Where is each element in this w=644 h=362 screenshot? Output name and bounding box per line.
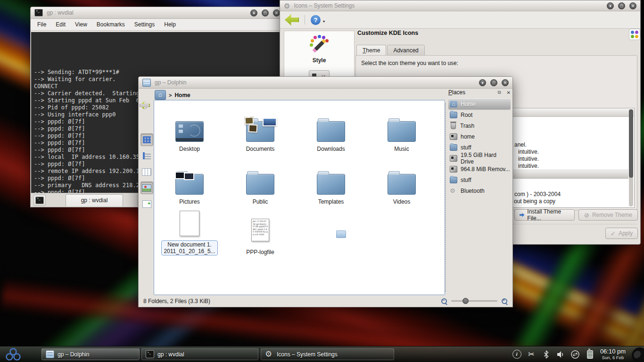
- file-item-new-document[interactable]: New document 1. 2011_01_20_16_5...: [154, 211, 225, 261]
- folder-icon: [317, 174, 345, 195]
- install-theme-label: Install Theme File...: [527, 208, 570, 222]
- zoom-slider-handle[interactable]: [462, 298, 469, 304]
- apply-button[interactable]: ✓ Apply: [605, 228, 638, 239]
- folder-label: Documents: [246, 146, 275, 152]
- install-theme-button[interactable]: Install Theme File...: [514, 209, 575, 221]
- app-launcher-button[interactable]: [3, 347, 27, 362]
- help-button[interactable]: ?: [311, 15, 321, 25]
- folder-label: Desktop: [179, 146, 200, 152]
- place-icon: [451, 123, 456, 129]
- places-item[interactable]: 19.5 GiB Hard Drive: [448, 153, 511, 164]
- place-label: 19.5 GiB Hard Drive: [461, 152, 511, 165]
- taskbar-task[interactable]: gp – Dolphin: [41, 348, 140, 360]
- places-item[interactable]: stuff: [448, 174, 511, 185]
- folder-item[interactable]: Public: [225, 158, 296, 211]
- menu-item[interactable]: Edit: [56, 21, 66, 28]
- folder-icon: [246, 174, 274, 195]
- plasma-toolbox-icon[interactable]: [632, 347, 644, 362]
- close-button[interactable]: ✕: [502, 79, 509, 86]
- close-button[interactable]: ✕: [629, 2, 636, 9]
- places-item[interactable]: 964.8 MiB Remov...: [448, 164, 511, 174]
- scrollbar-thumb[interactable]: [629, 109, 633, 178]
- columns-view-button[interactable]: [140, 165, 153, 178]
- folder-item[interactable]: Downloads: [296, 105, 366, 158]
- taskbar-task[interactable]: Icons – System Settings: [261, 348, 394, 360]
- folder-item[interactable]: Pictures: [154, 158, 225, 211]
- file-label-selected: New document 1. 2011_01_20_16_5...: [161, 240, 217, 255]
- folder-item[interactable]: Music: [366, 105, 437, 158]
- folder-decoration: [184, 173, 194, 180]
- konsole-titlebar[interactable]: gp : wvdial ▾ □ ✕: [31, 7, 284, 19]
- back-button[interactable]: [285, 14, 299, 25]
- close-button[interactable]: ✕: [273, 9, 280, 16]
- home-icon[interactable]: ⌂: [155, 90, 166, 100]
- place-icon: [450, 155, 457, 162]
- folder-icon: [388, 174, 416, 195]
- task-icon: [46, 350, 54, 358]
- maximize-button[interactable]: □: [262, 9, 269, 16]
- info-icon[interactable]: i: [512, 349, 522, 360]
- folder-decoration: [244, 116, 254, 124]
- place-label: Bluetooth: [461, 188, 485, 194]
- place-label: Home: [461, 101, 476, 107]
- menu-item[interactable]: View: [75, 21, 87, 28]
- battery-icon[interactable]: [585, 349, 595, 360]
- zoom-out-icon[interactable]: −: [441, 298, 447, 304]
- split-view-button[interactable]: [140, 197, 153, 210]
- volume-icon[interactable]: [555, 349, 566, 360]
- tab-theme[interactable]: Theme: [356, 45, 386, 56]
- split-view-icon: [142, 200, 151, 208]
- place-label: home: [461, 133, 475, 140]
- minimize-button[interactable]: ▾: [250, 9, 257, 16]
- forward-button[interactable]: [140, 117, 153, 130]
- zoom-in-icon[interactable]: +: [501, 298, 508, 304]
- taskbar-task[interactable]: gp : wvdial: [141, 348, 258, 360]
- places-item[interactable]: Root: [448, 109, 511, 120]
- klipper-scissors-icon[interactable]: ✂: [526, 349, 537, 360]
- menu-item[interactable]: Bookmarks: [97, 21, 125, 28]
- device-notifier-icon[interactable]: [570, 349, 580, 360]
- style-icon: [308, 35, 330, 55]
- maximize-button[interactable]: □: [618, 2, 625, 9]
- folder-item[interactable]: Documents: [225, 105, 296, 158]
- dolphin-titlebar[interactable]: gp – Dolphin ▾ □ ✕: [139, 77, 512, 89]
- tab-advanced[interactable]: Advanced: [387, 45, 424, 56]
- preview-button[interactable]: [140, 181, 153, 194]
- places-item[interactable]: Trash: [448, 120, 511, 131]
- maximize-button[interactable]: □: [490, 79, 497, 86]
- folder-item[interactable]: Templates: [296, 158, 366, 211]
- folder-item[interactable]: Desktop: [154, 105, 225, 158]
- tab-gp-wvdial[interactable]: gp : wvdial: [66, 194, 123, 206]
- remove-theme-button[interactable]: ⊘ Remove Theme: [578, 209, 638, 221]
- place-label: Trash: [460, 123, 474, 129]
- minimize-button[interactable]: ▾: [479, 79, 486, 86]
- places-item[interactable]: home: [448, 131, 511, 142]
- float-panel-icon[interactable]: ⧉: [497, 90, 501, 95]
- file-item-ppp-logfile[interactable]: Jan 17 09:47:18 gp-Aspire-5738 pppd[1946…: [225, 211, 296, 261]
- folder-item[interactable]: Videos: [366, 158, 437, 211]
- details-view-button[interactable]: [140, 149, 153, 162]
- sidebar-item-style[interactable]: Style: [284, 31, 354, 64]
- page-title: Customize KDE Icons: [357, 30, 418, 36]
- list-scrollbar[interactable]: [629, 109, 633, 206]
- place-icon: [450, 144, 457, 151]
- menu-item[interactable]: Help: [164, 21, 176, 28]
- icons-view-button[interactable]: [140, 133, 153, 146]
- close-panel-icon[interactable]: ✕: [507, 90, 511, 95]
- apply-label: Apply: [619, 230, 633, 237]
- place-label: Root: [461, 112, 472, 118]
- minimize-button[interactable]: ▾: [607, 2, 614, 9]
- places-item[interactable]: Home: [448, 99, 511, 109]
- bluetooth-icon[interactable]: [541, 349, 551, 360]
- clock[interactable]: 06:10 pm Sun, 6 Feb: [596, 346, 630, 362]
- places-item[interactable]: Bluetooth: [448, 185, 511, 196]
- new-tab-button[interactable]: [33, 195, 46, 206]
- settings-titlebar[interactable]: ⚙ Icons – System Settings ▾ □ ✕: [280, 0, 640, 11]
- folder-view[interactable]: Desktop Documents Downloads: [154, 100, 445, 295]
- menu-item[interactable]: File: [37, 21, 46, 28]
- places-panel: Places ⧉ ✕ Home Root: [448, 89, 511, 306]
- menu-item[interactable]: Settings: [134, 21, 155, 28]
- folder-label: Public: [253, 198, 268, 205]
- zoom-slider[interactable]: [451, 300, 497, 302]
- breadcrumb-location[interactable]: Home: [174, 92, 190, 99]
